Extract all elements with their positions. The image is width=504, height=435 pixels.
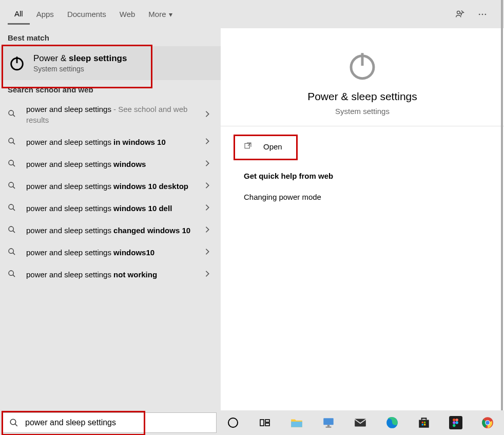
search-icon bbox=[8, 248, 18, 258]
svg-rect-36 bbox=[419, 420, 429, 428]
help-header: Get quick help from web bbox=[244, 172, 489, 180]
cortana-icon[interactable] bbox=[224, 413, 242, 432]
best-match-title: Power & sleep settings bbox=[33, 53, 213, 64]
chrome-icon[interactable] bbox=[478, 413, 497, 432]
web-result-item[interactable]: power and sleep settings windows 10 dell bbox=[0, 197, 221, 219]
store-icon[interactable] bbox=[415, 413, 433, 432]
taskbar bbox=[217, 410, 504, 435]
svg-rect-40 bbox=[424, 424, 425, 425]
result-text: power and sleep settings not working bbox=[26, 269, 205, 280]
chevron-right-icon[interactable] bbox=[205, 182, 213, 191]
results-panel: Best match Power & sleep settings System… bbox=[0, 28, 221, 410]
bottom-bar bbox=[0, 410, 504, 435]
svg-point-0 bbox=[457, 11, 460, 13]
search-icon bbox=[3, 418, 25, 427]
result-text: power and sleep settings windows 10 desk… bbox=[26, 181, 205, 192]
search-icon bbox=[8, 109, 18, 120]
svg-point-1 bbox=[479, 13, 480, 15]
open-button[interactable]: Open bbox=[236, 137, 290, 156]
search-icon bbox=[8, 225, 18, 236]
preview-title: Power & sleep settings bbox=[231, 90, 494, 103]
best-match-subtitle: System settings bbox=[33, 65, 213, 73]
search-icon bbox=[8, 159, 18, 169]
svg-point-3 bbox=[485, 13, 487, 15]
search-web-header: Search school and web bbox=[0, 80, 221, 98]
svg-rect-33 bbox=[326, 427, 332, 428]
svg-line-11 bbox=[13, 164, 15, 166]
svg-rect-29 bbox=[265, 420, 269, 422]
svg-point-42 bbox=[453, 419, 455, 421]
chevron-right-icon[interactable] bbox=[205, 204, 213, 213]
tab-more[interactable]: More bbox=[142, 5, 179, 24]
svg-rect-38 bbox=[424, 422, 425, 423]
svg-point-49 bbox=[486, 421, 490, 425]
svg-line-17 bbox=[13, 231, 15, 233]
chevron-right-icon[interactable] bbox=[205, 138, 213, 146]
chevron-right-icon[interactable] bbox=[205, 270, 213, 279]
svg-point-14 bbox=[9, 204, 13, 209]
tab-apps[interactable]: Apps bbox=[30, 5, 61, 24]
chevron-right-icon[interactable] bbox=[205, 110, 213, 119]
web-result-item[interactable]: power and sleep settings changed windows… bbox=[0, 219, 221, 241]
power-icon bbox=[345, 49, 379, 83]
svg-rect-39 bbox=[422, 424, 423, 425]
chevron-right-icon[interactable] bbox=[205, 226, 213, 235]
tab-documents[interactable]: Documents bbox=[61, 5, 113, 24]
search-icon bbox=[8, 137, 18, 147]
web-result-item[interactable]: power and sleep settings - See school an… bbox=[0, 98, 221, 131]
help-item[interactable]: Changing power mode bbox=[236, 190, 489, 204]
monitor-app-icon[interactable] bbox=[319, 413, 338, 432]
file-explorer-icon[interactable] bbox=[287, 413, 306, 432]
chevron-right-icon[interactable] bbox=[205, 160, 213, 168]
figma-icon[interactable] bbox=[447, 413, 465, 432]
search-icon bbox=[8, 270, 18, 280]
svg-line-9 bbox=[13, 142, 15, 144]
open-icon bbox=[244, 142, 253, 151]
mail-icon[interactable] bbox=[351, 413, 370, 432]
result-text: power and sleep settings - See school an… bbox=[26, 104, 205, 125]
svg-point-44 bbox=[453, 421, 455, 424]
svg-line-13 bbox=[13, 186, 15, 188]
svg-point-12 bbox=[9, 182, 13, 187]
web-result-item[interactable]: power and sleep settings not working bbox=[0, 263, 221, 286]
task-view-icon[interactable] bbox=[256, 413, 274, 432]
best-match-header: Best match bbox=[0, 28, 221, 46]
svg-point-25 bbox=[10, 419, 16, 425]
svg-point-8 bbox=[9, 138, 13, 143]
best-match-result[interactable]: Power & sleep settings System settings bbox=[0, 46, 221, 80]
tab-web[interactable]: Web bbox=[113, 5, 142, 24]
search-icon bbox=[8, 181, 18, 192]
svg-rect-30 bbox=[265, 423, 269, 426]
svg-rect-28 bbox=[260, 420, 264, 426]
search-tabs: All Apps Documents Web More bbox=[0, 0, 504, 28]
chevron-right-icon[interactable] bbox=[205, 248, 213, 257]
svg-point-20 bbox=[9, 271, 13, 275]
open-label: Open bbox=[263, 142, 282, 151]
svg-line-15 bbox=[13, 209, 15, 211]
edge-icon[interactable] bbox=[383, 413, 401, 432]
search-input[interactable] bbox=[25, 418, 216, 427]
svg-point-45 bbox=[455, 421, 458, 424]
svg-point-16 bbox=[9, 226, 13, 231]
tab-more-label: More bbox=[148, 10, 166, 18]
web-result-item[interactable]: power and sleep settings windows bbox=[0, 153, 221, 175]
result-text: power and sleep settings changed windows… bbox=[26, 225, 205, 236]
svg-point-18 bbox=[9, 249, 13, 253]
svg-rect-24 bbox=[245, 143, 249, 148]
power-icon bbox=[8, 54, 26, 72]
result-text: power and sleep settings in windows 10 bbox=[26, 137, 205, 147]
feedback-icon[interactable] bbox=[454, 8, 466, 21]
result-text: power and sleep settings windows10 bbox=[26, 247, 205, 258]
search-box[interactable] bbox=[2, 412, 217, 433]
svg-point-2 bbox=[482, 13, 483, 15]
preview-subtitle: System settings bbox=[231, 107, 494, 116]
web-result-item[interactable]: power and sleep settings windows 10 desk… bbox=[0, 175, 221, 197]
more-options-icon[interactable] bbox=[476, 8, 489, 21]
svg-point-10 bbox=[9, 160, 13, 165]
scrollbar[interactable] bbox=[501, 0, 503, 410]
svg-point-6 bbox=[9, 110, 13, 115]
web-result-item[interactable]: power and sleep settings windows10 bbox=[0, 241, 221, 263]
svg-rect-37 bbox=[422, 422, 423, 423]
tab-all[interactable]: All bbox=[8, 4, 30, 25]
web-result-item[interactable]: power and sleep settings in windows 10 bbox=[0, 131, 221, 153]
